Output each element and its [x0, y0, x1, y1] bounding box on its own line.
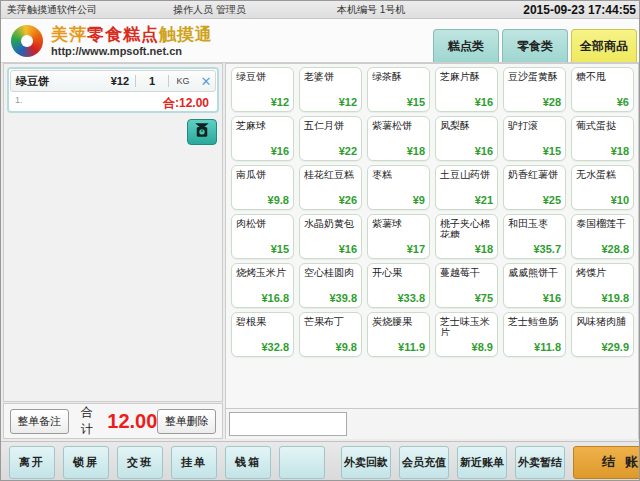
bottom-button-right-2[interactable]: 新近账单 — [457, 446, 507, 479]
product-name: 烤馍片 — [572, 264, 633, 278]
product-name: 凤梨酥 — [436, 117, 497, 131]
product-name: 老婆饼 — [300, 68, 361, 82]
product-button[interactable]: 芝士鳕鱼肠¥11.8 — [503, 312, 566, 357]
product-name: 芝麻球 — [232, 117, 293, 131]
product-button[interactable]: 土豆山药饼¥21 — [435, 165, 498, 210]
order-item-qty[interactable]: 1 — [135, 75, 169, 87]
product-price: ¥39.8 — [329, 292, 357, 304]
scale-icon — [193, 121, 211, 143]
product-price: ¥9.8 — [336, 341, 357, 353]
product-button[interactable]: 豆沙蛋黄酥¥28 — [503, 67, 566, 112]
product-price: ¥16 — [475, 96, 493, 108]
tab-0[interactable]: 糕点类 — [433, 29, 499, 62]
product-button[interactable]: 威威熊饼干¥16 — [503, 263, 566, 308]
brand-mid: 零食糕点 — [87, 25, 159, 44]
product-button[interactable]: 五仁月饼¥22 — [299, 116, 362, 161]
barcode-input[interactable] — [229, 412, 347, 436]
product-button[interactable]: 葡式蛋挞¥18 — [571, 116, 634, 161]
product-button[interactable]: 绿茶酥¥15 — [367, 67, 430, 112]
order-panel: 绿豆饼¥121KG✕1.合:12.00 — [3, 63, 223, 402]
bottom-button-2[interactable]: 交班 — [117, 446, 163, 479]
order-item-name: 绿豆饼 — [11, 74, 95, 89]
checkout-button[interactable]: 结账 — [573, 446, 640, 479]
product-name: 芝士味玉米片 — [436, 313, 497, 336]
company-name: 美萍触摸通软件公司 — [7, 3, 97, 17]
product-button[interactable]: 桂花红豆糕¥26 — [299, 165, 362, 210]
product-button[interactable]: 南瓜饼¥9.8 — [231, 165, 294, 210]
product-button[interactable]: 凤梨酥¥16 — [435, 116, 498, 161]
product-price: ¥16 — [543, 292, 561, 304]
brand-logo-icon — [11, 25, 43, 57]
product-button[interactable]: 芝士味玉米片¥8.9 — [435, 312, 498, 357]
bottom-button-1[interactable]: 锁屏 — [63, 446, 109, 479]
product-button[interactable]: 炭烧腰果¥11.9 — [367, 312, 430, 357]
product-price: ¥21 — [475, 194, 493, 206]
order-item-row[interactable]: 绿豆饼¥121KG✕ — [10, 70, 216, 92]
product-button[interactable]: 无水蛋糕¥10 — [571, 165, 634, 210]
product-button[interactable]: 芝麻片酥¥16 — [435, 67, 498, 112]
product-button[interactable]: 空心桂圆肉¥39.8 — [299, 263, 362, 308]
product-button[interactable]: 老婆饼¥12 — [299, 67, 362, 112]
product-price: ¥32.8 — [261, 341, 289, 353]
product-name: 开心果 — [368, 264, 429, 278]
product-button[interactable]: 枣糕¥9 — [367, 165, 430, 210]
bottom-button-3[interactable]: 挂单 — [171, 446, 217, 479]
product-button[interactable]: 芒果布丁¥9.8 — [299, 312, 362, 357]
order-item-unit: KG — [169, 76, 197, 86]
remove-item-icon[interactable]: ✕ — [197, 74, 215, 89]
order-note-button[interactable]: 整单备注 — [10, 409, 69, 434]
product-name: 风味猪肉脯 — [572, 313, 633, 327]
product-name: 碧根果 — [232, 313, 293, 327]
bottom-button-blank[interactable] — [279, 446, 325, 479]
product-button[interactable]: 糖不甩¥6 — [571, 67, 634, 112]
tab-1[interactable]: 零食类 — [502, 29, 568, 62]
product-name: 空心桂圆肉 — [300, 264, 361, 278]
product-button[interactable]: 芝麻球¥16 — [231, 116, 294, 161]
order-item-subrow: 1.合:12.00 — [9, 93, 217, 112]
product-price: ¥18 — [407, 145, 425, 157]
bottom-button-right-3[interactable]: 外卖暂结 — [515, 446, 565, 479]
tab-2[interactable]: 全部商品 — [571, 29, 637, 62]
bottom-button-4[interactable]: 钱箱 — [225, 446, 271, 479]
bottom-button-right-0[interactable]: 外卖回款 — [341, 446, 391, 479]
product-price: ¥29.9 — [601, 341, 629, 353]
product-price: ¥35.7 — [533, 243, 561, 255]
product-price: ¥8.9 — [472, 341, 493, 353]
product-button[interactable]: 奶香红薯饼¥25 — [503, 165, 566, 210]
product-button[interactable]: 蔓越莓干¥75 — [435, 263, 498, 308]
product-button[interactable]: 紫薯松饼¥18 — [367, 116, 430, 161]
product-button[interactable]: 驴打滚¥15 — [503, 116, 566, 161]
product-name: 烧烤玉米片 — [232, 264, 293, 278]
product-price: ¥33.8 — [397, 292, 425, 304]
product-button[interactable]: 桃子夹心棉花糖¥18 — [435, 214, 498, 259]
product-button[interactable]: 泰国榴莲干¥28.8 — [571, 214, 634, 259]
product-button[interactable]: 烧烤玉米片¥16.8 — [231, 263, 294, 308]
product-price: ¥22 — [339, 145, 357, 157]
product-price: ¥6 — [617, 96, 629, 108]
product-button[interactable]: 开心果¥33.8 — [367, 263, 430, 308]
product-price: ¥15 — [407, 96, 425, 108]
total-value: 12.00 — [107, 410, 157, 433]
product-name: 绿茶酥 — [368, 68, 429, 82]
product-button[interactable]: 碧根果¥32.8 — [231, 312, 294, 357]
product-price: ¥16 — [475, 145, 493, 157]
product-button[interactable]: 烤馍片¥19.8 — [571, 263, 634, 308]
product-button[interactable]: 肉松饼¥15 — [231, 214, 294, 259]
product-button[interactable]: 紫薯球¥17 — [367, 214, 430, 259]
product-button[interactable]: 水晶奶黄包¥16 — [299, 214, 362, 259]
product-button[interactable]: 和田玉枣¥35.7 — [503, 214, 566, 259]
order-delete-button[interactable]: 整单删除 — [157, 409, 216, 434]
product-name: 葡式蛋挞 — [572, 117, 633, 131]
scale-button[interactable] — [187, 119, 217, 145]
product-price: ¥19.8 — [601, 292, 629, 304]
product-name: 奶香红薯饼 — [504, 166, 565, 180]
operator-value: 管理员 — [216, 4, 246, 15]
operator-info: 操作人员 管理员 — [173, 3, 246, 17]
product-price: ¥16.8 — [261, 292, 289, 304]
category-tabs: 糕点类零食类全部商品 — [430, 29, 637, 62]
machine-info: 本机编号 1号机 — [337, 3, 405, 17]
product-button[interactable]: 绿豆饼¥12 — [231, 67, 294, 112]
bottom-button-0[interactable]: 离开 — [9, 446, 55, 479]
bottom-button-right-1[interactable]: 会员充值 — [399, 446, 449, 479]
product-button[interactable]: 风味猪肉脯¥29.9 — [571, 312, 634, 357]
